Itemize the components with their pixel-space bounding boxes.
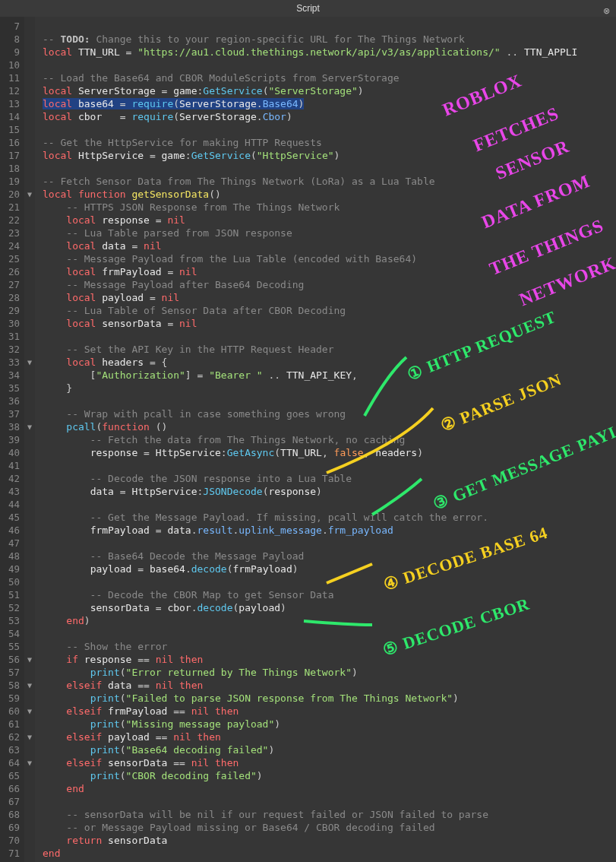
code-line[interactable] (43, 20, 616, 33)
code-line[interactable] (43, 330, 616, 343)
code-line[interactable]: elseif payload == nil then (43, 730, 616, 743)
code-line[interactable]: -- Fetch Sensor Data from The Things Net… (43, 175, 616, 188)
code-line[interactable]: -- or Message Payload missing or Base64 … (43, 821, 616, 834)
code-line[interactable]: local HttpService = game:GetService("Htt… (43, 149, 616, 162)
code-line[interactable] (43, 537, 616, 550)
code-line[interactable]: print("CBOR decoding failed") (43, 769, 616, 782)
line-number: 56 (0, 653, 24, 666)
fold-marker (24, 175, 35, 188)
code-line[interactable]: sensorData = cbor.decode(payload) (43, 601, 616, 614)
code-line[interactable] (43, 395, 616, 407)
fold-marker[interactable]: ▼ (24, 356, 35, 369)
code-line[interactable]: local base64 = require(ServerStorage.Bas… (43, 97, 616, 110)
code-line[interactable]: local data = nil (43, 239, 616, 252)
code-line[interactable]: local payload = nil (43, 291, 616, 304)
line-number: 21 (0, 201, 24, 214)
code-line[interactable]: -- Load the Base64 and CBOR ModuleScript… (43, 71, 616, 84)
code-line[interactable]: elseif sensorData == nil then (43, 756, 616, 769)
code-line[interactable]: frmPayload = data.result.uplink_message.… (43, 524, 616, 537)
code-line[interactable] (43, 795, 616, 808)
code-line[interactable]: print("Failed to parse JSON response fro… (43, 692, 616, 705)
line-number: 19 (0, 175, 24, 188)
line-number: 43 (0, 485, 24, 498)
fold-marker[interactable]: ▼ (24, 730, 35, 743)
code-line[interactable]: local ServerStorage = game:GetService("S… (43, 84, 616, 97)
line-number: 12 (0, 84, 24, 97)
code-line[interactable]: local cbor = require(ServerStorage.Cbor) (43, 110, 616, 123)
code-editor[interactable]: 7891011121314151617181920212223242526272… (0, 17, 616, 862)
line-number: 7 (0, 20, 24, 33)
code-line[interactable] (43, 459, 616, 472)
code-line[interactable]: -- Message Payload after Base64 Decoding (43, 278, 616, 291)
fold-marker[interactable]: ▼ (24, 705, 35, 718)
code-line[interactable]: print("Base64 decoding failed") (43, 743, 616, 756)
fold-marker (24, 563, 35, 575)
fold-marker (24, 291, 35, 304)
fold-marker (24, 537, 35, 550)
line-number: 42 (0, 472, 24, 485)
code-line[interactable] (43, 498, 616, 511)
code-line[interactable]: return sensorData (43, 834, 616, 847)
line-number: 26 (0, 265, 24, 278)
fold-marker (24, 640, 35, 653)
line-number: 37 (0, 407, 24, 420)
line-number: 62 (0, 730, 24, 743)
line-number: 39 (0, 433, 24, 446)
code-line[interactable]: elseif frmPayload == nil then (43, 705, 616, 718)
code-line[interactable]: pcall(function () (43, 420, 616, 433)
fold-marker (24, 769, 35, 782)
code-line[interactable]: -- Fetch the data from The Things Networ… (43, 433, 616, 446)
fold-column[interactable]: ▼▼▼▼▼▼▼▼ (24, 17, 35, 862)
code-line[interactable]: } (43, 382, 616, 395)
code-line[interactable]: ["Authorization"] = "Bearer " .. TTN_API… (43, 369, 616, 382)
code-line[interactable]: -- Show the error (43, 640, 616, 653)
code-line[interactable]: -- TODO: Change this to your region-spec… (43, 33, 616, 46)
code-line[interactable] (43, 627, 616, 640)
code-line[interactable]: -- sensorData will be nil if our request… (43, 808, 616, 821)
code-line[interactable]: -- Get the Message Payload. If missing, … (43, 511, 616, 524)
code-line[interactable]: -- Set the API Key in the HTTP Request H… (43, 343, 616, 356)
code-line[interactable]: if response == nil then (43, 653, 616, 666)
code-line[interactable]: payload = base64.decode(frmPayload) (43, 563, 616, 575)
fold-marker (24, 511, 35, 524)
code-line[interactable]: local sensorData = nil (43, 317, 616, 330)
line-number: 11 (0, 71, 24, 84)
code-line[interactable] (43, 162, 616, 175)
code-line[interactable]: local response = nil (43, 214, 616, 227)
line-number: 41 (0, 459, 24, 472)
fold-marker (24, 278, 35, 291)
fold-marker[interactable]: ▼ (24, 756, 35, 769)
code-line[interactable]: elseif data == nil then (43, 679, 616, 692)
code-line[interactable]: -- Base64 Decode the Message Payload (43, 550, 616, 563)
code-line[interactable]: data = HttpService:JSONDecode(response) (43, 485, 616, 498)
code-line[interactable]: print("Error returned by The Things Netw… (43, 666, 616, 679)
code-line[interactable]: -- Get the HttpService for making HTTP R… (43, 136, 616, 149)
fold-marker[interactable]: ▼ (24, 420, 35, 433)
code-line[interactable]: local frmPayload = nil (43, 265, 616, 278)
line-number: 32 (0, 343, 24, 356)
code-line[interactable]: -- Message Payload from the Lua Table (e… (43, 252, 616, 265)
code-area[interactable]: -- TODO: Change this to your region-spec… (35, 17, 616, 862)
code-line[interactable]: local TTN_URL = "https://au1.cloud.theth… (43, 46, 616, 59)
close-icon[interactable]: ⊗ (601, 2, 611, 13)
code-line[interactable]: -- Wrap with pcall in case something goe… (43, 407, 616, 420)
code-line[interactable]: -- HTTPS JSON Response from The Things N… (43, 201, 616, 214)
code-line[interactable]: response = HttpService:GetAsync(TTN_URL,… (43, 446, 616, 459)
code-line[interactable]: -- Decode the CBOR Map to get Sensor Dat… (43, 588, 616, 601)
code-line[interactable]: -- Lua Table of Sensor Data after CBOR D… (43, 304, 616, 317)
code-line[interactable]: print("Missing message payload") (43, 718, 616, 730)
code-line[interactable]: end (43, 847, 616, 860)
code-line[interactable]: -- Lua Table parsed from JSON response (43, 227, 616, 239)
code-line[interactable] (43, 575, 616, 588)
fold-marker[interactable]: ▼ (24, 188, 35, 201)
code-line[interactable]: local function getSensorData() (43, 188, 616, 201)
code-line[interactable]: -- Decode the JSON response into a Lua T… (43, 472, 616, 485)
fold-marker[interactable]: ▼ (24, 679, 35, 692)
code-line[interactable] (43, 59, 616, 71)
code-line[interactable]: local headers = { (43, 356, 616, 369)
code-line[interactable]: end) (43, 614, 616, 627)
fold-marker (24, 71, 35, 84)
fold-marker[interactable]: ▼ (24, 653, 35, 666)
code-line[interactable]: end (43, 782, 616, 795)
code-line[interactable] (43, 123, 616, 136)
